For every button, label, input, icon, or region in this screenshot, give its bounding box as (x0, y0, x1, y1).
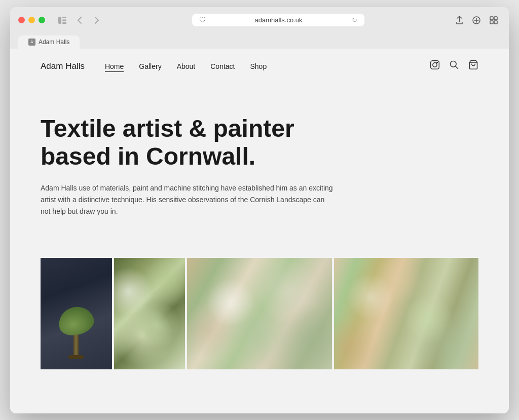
svg-rect-2 (62, 19, 66, 21)
gallery-image-gramophone[interactable] (41, 258, 112, 369)
refresh-icon[interactable]: ↻ (352, 16, 357, 24)
nav-shop[interactable]: Shop (250, 62, 267, 71)
nav-about[interactable]: About (177, 62, 196, 71)
share-button[interactable] (452, 13, 466, 27)
address-bar[interactable]: 🛡 adamhalls.co.uk ↻ (192, 14, 364, 26)
browser-tabs: A Adam Halls (18, 32, 501, 49)
nav-contact[interactable]: Contact (210, 62, 235, 71)
svg-rect-6 (494, 17, 497, 20)
tab-favicon: A (28, 39, 35, 46)
svg-rect-5 (490, 17, 493, 20)
site-navigation: Adam Halls Home Gallery About Contact Sh… (10, 49, 509, 84)
gallery-image-lichen3[interactable] (334, 258, 478, 369)
forward-button[interactable] (90, 13, 104, 27)
browser-titlebar: 🛡 adamhalls.co.uk ↻ (18, 13, 501, 27)
svg-rect-0 (58, 17, 61, 24)
maximize-button[interactable] (39, 17, 45, 23)
svg-rect-9 (431, 61, 439, 69)
svg-rect-1 (62, 17, 66, 18)
browser-window: 🛡 adamhalls.co.uk ↻ (10, 7, 509, 413)
gallery-item-1[interactable] (41, 258, 185, 369)
tab-title: Adam Halls (39, 39, 69, 46)
svg-point-11 (437, 62, 438, 63)
nav-links: Home Gallery About Contact Shop (105, 62, 267, 71)
website-content: Adam Halls Home Gallery About Contact Sh… (10, 49, 509, 413)
address-bar-container: 🛡 adamhalls.co.uk ↻ (110, 14, 446, 26)
toolbar-right (452, 13, 501, 27)
svg-rect-3 (62, 22, 66, 24)
cart-icon[interactable] (468, 60, 478, 72)
new-tab-button[interactable] (469, 13, 484, 27)
close-button[interactable] (18, 17, 25, 23)
grid-view-button[interactable] (487, 13, 501, 27)
svg-line-13 (456, 66, 458, 69)
svg-point-10 (433, 63, 437, 67)
site-logo[interactable]: Adam Halls (41, 61, 85, 71)
sidebar-toggle-button[interactable] (55, 13, 69, 27)
hero-title: Textile artist & painter based in Cornwa… (41, 114, 345, 170)
nav-gallery[interactable]: Gallery (139, 62, 161, 71)
active-tab[interactable]: A Adam Halls (18, 35, 80, 49)
gallery-image-lichen2[interactable] (187, 258, 331, 369)
minimize-button[interactable] (28, 17, 35, 23)
svg-rect-8 (494, 21, 497, 24)
url-display: adamhalls.co.uk (210, 16, 348, 24)
browser-controls (55, 13, 104, 27)
gallery-section (10, 238, 509, 369)
gallery-image-lichen1[interactable] (114, 258, 186, 369)
traffic-lights (18, 17, 45, 23)
nav-icons (430, 60, 478, 72)
back-button[interactable] (72, 13, 87, 27)
nav-home[interactable]: Home (105, 62, 124, 72)
svg-rect-7 (490, 21, 493, 24)
search-icon[interactable] (449, 60, 459, 72)
hero-description: Adam Halls use of materials, paint and m… (41, 182, 335, 217)
shield-icon: 🛡 (199, 16, 206, 24)
browser-chrome: 🛡 adamhalls.co.uk ↻ (10, 7, 509, 49)
instagram-icon[interactable] (430, 60, 440, 72)
hero-section: Textile artist & painter based in Cornwa… (10, 84, 509, 238)
